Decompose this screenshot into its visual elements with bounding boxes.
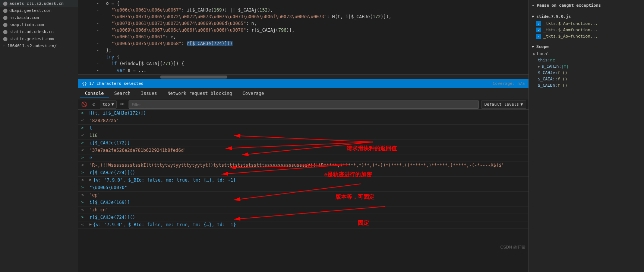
breakpoint-item-1[interactable]: ✓ _tkts.$_Ao=function... xyxy=(529,20,644,27)
console-line-4: < 116 xyxy=(78,132,528,140)
sidebar-item-static-geetest[interactable]: ⬤ static.geetest.com xyxy=(0,35,78,42)
output-arrow-10: < xyxy=(81,177,86,182)
scope-cahih-key: $_CAHIh: xyxy=(542,64,561,69)
tab-issues[interactable]: Issues xyxy=(136,89,162,98)
pause-header[interactable]: ✦ Pause on caught exceptions xyxy=(529,1,644,9)
context-arrow: ▼ xyxy=(111,102,114,107)
filter-toggle-button[interactable]: ⊘ xyxy=(90,101,98,108)
cloud-icon-6: ⬤ xyxy=(3,36,7,41)
scope-section: ▼ Scope ▶ Local this: ne ▶ $_CAHIh: [f] … xyxy=(529,41,644,90)
code-line-8: - }; xyxy=(78,47,528,54)
console-line-8: < 'R-,(!!WsssssssstsskIlt(tttytwytyyttty… xyxy=(78,162,528,169)
scope-this-key: this: xyxy=(538,58,550,63)
levels-label: Default levels xyxy=(484,102,519,107)
console-filter-input[interactable] xyxy=(129,100,479,109)
horizontal-scrollbar[interactable] xyxy=(78,74,528,79)
scope-caiaj[interactable]: $_CAIAj: f () xyxy=(529,76,644,82)
scope-this[interactable]: this: ne xyxy=(529,57,644,63)
tab-network-blocking-label: Network request blocking xyxy=(167,91,232,96)
braces-icon: {} xyxy=(82,81,87,86)
eye-icon[interactable]: 👁 xyxy=(119,101,126,108)
sidebar-item-1864011[interactable]: ☐ 1864011.s2.udesk.cn/ xyxy=(0,42,78,49)
right-panel: ✦ Pause on caught exceptions ▼ slide.7.9… xyxy=(528,0,644,272)
code-line-9: - try { xyxy=(78,54,528,60)
code-line-10: - if (window[$_CAIAj(771)]) { xyxy=(78,60,528,67)
sidebar-item-dkapi[interactable]: ⬤ dkapi.geetest.com xyxy=(0,7,78,14)
scope-caibh[interactable]: $_CAIBh: f () xyxy=(529,82,644,89)
breakpoint-item-2[interactable]: ✓ _tkts.$_Ao=function... xyxy=(529,27,644,33)
console-text-8: 'R-,(!!WsssssssstsskIlt(tttytwytyytttyty… xyxy=(89,163,525,168)
console-text-14: 'zh-cn' xyxy=(89,207,525,212)
cahih-arrow: ▶ xyxy=(538,64,540,68)
tab-console[interactable]: Console xyxy=(80,89,109,98)
breakpoint-checkbox-1[interactable]: ✓ xyxy=(536,21,541,26)
code-line-3: - "\u0075\u0073\u0065\u0072\u0072\u0073\… xyxy=(78,13,528,20)
output-arrow-16: < xyxy=(81,222,86,227)
scope-cahje-key: $_CAHJe: xyxy=(538,70,558,75)
breakpoint-checkbox-3[interactable]: ✓ xyxy=(536,34,541,39)
tab-search-label: Search xyxy=(114,91,130,96)
scope-local[interactable]: ▶ Local xyxy=(529,51,644,57)
breakpoint-checkbox-2[interactable]: ✓ xyxy=(536,28,541,32)
console-line-15: > r[$_CAHJe(724)]() xyxy=(78,214,528,221)
console-text-16[interactable]: {v: '7.9.0', $_BIo: false, me: true, tm:… xyxy=(93,222,525,227)
expand-arrow-16[interactable]: ▶ xyxy=(89,222,92,226)
console-line-2: < '8282822a5' xyxy=(78,117,528,125)
code-line-5: - "\u0069\u006d\u0067\u006c\u006f\u006f\… xyxy=(78,27,528,33)
console-text-4: 116 xyxy=(89,133,525,138)
console-line-1: > H(t, i[$_CAHJe(172)]) xyxy=(78,110,528,117)
scope-caiaj-val: f () xyxy=(558,77,568,81)
console-line-16[interactable]: < ▶ {v: '7.9.0', $_BIo: false, me: true,… xyxy=(78,221,528,229)
tab-console-label: Console xyxy=(85,91,104,96)
pause-header-text: ✦ Pause on caught exceptions xyxy=(532,3,601,8)
sidebar-item-assets[interactable]: ⬤ assets-cli.s2.udesk.cn xyxy=(0,0,78,7)
tab-network-blocking[interactable]: Network request blocking xyxy=(162,89,237,98)
breakpoints-header[interactable]: ▼ slide.7.9.0.js xyxy=(529,13,644,20)
devtools-container: ⬤ assets-cli.s2.udesk.cn ⬤ dkapi.geetest… xyxy=(0,0,644,272)
sidebar-item-snap[interactable]: ⬤ snap.licdn.com xyxy=(0,21,78,28)
breakpoints-section: ▼ slide.7.9.0.js ✓ _tkts.$_Ao=function..… xyxy=(529,11,644,41)
sidebar-left: ⬤ assets-cli.s2.udesk.cn ⬤ dkapi.geetest… xyxy=(0,0,78,272)
console-content[interactable]: > H(t, i[$_CAHJe(172)]) < '8282822a5' > … xyxy=(78,110,528,252)
output-arrow-14: < xyxy=(81,207,86,212)
sidebar-item-hm[interactable]: ⬤ hm.baidu.com xyxy=(0,14,78,21)
scope-cahje[interactable]: $_CAHJe: f () xyxy=(529,70,644,76)
scrollbar-thumb[interactable] xyxy=(160,76,227,79)
log-levels-dropdown[interactable]: Default levels ▼ xyxy=(481,100,526,109)
output-arrow-4: < xyxy=(81,133,86,138)
console-text-10[interactable]: {v: '7.9.0', $_BIo: false, me: true, tm:… xyxy=(93,177,525,183)
scope-caiaj-key: $_CAIAj: xyxy=(538,77,558,81)
console-text-11: "\u0065\u0070" xyxy=(89,185,525,190)
breakpoint-item-3[interactable]: ✓ _tkts.$_Ao=function... xyxy=(529,33,644,39)
output-arrow-12: < xyxy=(81,192,86,197)
csdn-watermark: CSDN @轩辕 xyxy=(501,244,525,250)
console-line-10[interactable]: < ▶ {v: '7.9.0', $_BIo: false, me: true,… xyxy=(78,177,528,184)
code-area[interactable]: - o = { - "\u006c\u0061\u006e\u0067": i[… xyxy=(78,0,528,74)
breakpoint-text-3: _tkts.$_Ao=function... xyxy=(543,34,598,39)
console-line-13: > i[$_CAHJe(169)] xyxy=(78,199,528,207)
console-line-7: > e xyxy=(78,154,528,162)
console-text-9: r[$_CAHJe(724)]() xyxy=(89,170,525,175)
code-line-2: - "\u006c\u0061\u006e\u0067": i[$_CAHJe(… xyxy=(78,7,528,13)
levels-arrow: ▼ xyxy=(520,102,523,107)
context-selector[interactable]: top ▼ xyxy=(100,100,117,109)
selection-indicator: {} 17 characters selected xyxy=(82,81,143,86)
input-arrow-11: > xyxy=(81,185,86,190)
breakpoints-file-label: slide.7.9.0.js xyxy=(536,14,571,19)
tab-coverage[interactable]: Coverage xyxy=(237,89,269,98)
scope-cahih[interactable]: ▶ $_CAHIh: [f] xyxy=(529,63,644,70)
code-status-bar: {} 17 characters selected Coverage: n/a xyxy=(78,79,528,88)
file-icon: ☐ xyxy=(3,44,6,48)
output-arrow-2: < xyxy=(81,118,86,123)
tab-search[interactable]: Search xyxy=(109,89,136,98)
scope-header[interactable]: ▼ Scope xyxy=(529,43,644,51)
clear-console-button[interactable]: 🚫 xyxy=(80,101,88,108)
sidebar-item-static-ud[interactable]: ⬤ static-ud.udesk.cn xyxy=(0,28,78,35)
expand-arrow-10[interactable]: ▶ xyxy=(89,177,92,182)
console-toolbar: 🚫 ⊘ top ▼ 👁 Default levels ▼ xyxy=(78,99,528,110)
console-line-6: < '37e7aa2fe526e2da781b6229241b8fed6d' xyxy=(78,147,528,154)
bottom-tabs: Console Search Issues Network request bl… xyxy=(78,88,528,99)
console-text-2: '8282822a5' xyxy=(89,118,525,123)
center-panel: - o = { - "\u006c\u0061\u006e\u0067": i[… xyxy=(78,0,528,272)
output-arrow-6: < xyxy=(81,148,86,153)
